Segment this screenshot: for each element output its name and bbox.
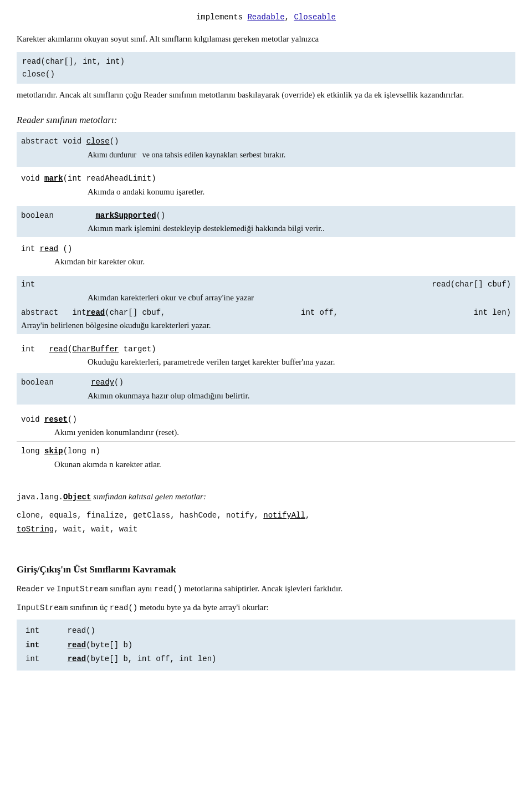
method-skip-name[interactable]: skip — [44, 447, 63, 456]
method-reset-desc: Akımı yeniden konumlandırır (reset). — [21, 426, 511, 439]
method-ready-parens: () — [114, 378, 124, 387]
method-skip-desc: Okunan akımda n karekter atlar. — [21, 458, 511, 471]
method-reset-name[interactable]: reset — [44, 415, 68, 424]
implements-line: implements Readable, Closeable — [17, 11, 515, 23]
method-close-name[interactable]: close — [86, 137, 110, 146]
method-read1-desc1: Akımdan karekterleri okur ve cbuf array'… — [21, 291, 511, 304]
method-ms-desc: Akımın mark işlemini destekleyip destekl… — [21, 222, 511, 235]
method-ready-return: boolean — [21, 378, 91, 387]
method-read0: int read () Akımdan bir karekter okur. — [17, 239, 515, 270]
intro-para1: Karekter akımlarını okuyan soyut sınıf. … — [17, 32, 515, 45]
method-marksupported: boolean markSupported() Akımın mark işle… — [17, 206, 515, 237]
method-skip: long skip(long n) Okunan akımda n karekt… — [17, 441, 515, 473]
method-ms-parens: () — [156, 211, 166, 220]
giris-section-title: Giriş/Çıkış'ın Üst Sınıflarını Kavramak — [17, 562, 515, 577]
method-read1-right: read(char[] cbuf) — [432, 278, 511, 290]
method-read0-name[interactable]: read — [40, 244, 59, 253]
object-suffix: sınıfından kalıtsal gelen metotlar: — [91, 492, 206, 501]
intro-para2: metotlarıdır. Ancak alt sınıfların çoğu … — [17, 88, 515, 101]
method-reset: void reset() Akımı yeniden konumlandırır… — [17, 410, 515, 441]
method-reset-parens: () — [68, 415, 77, 424]
java-lang-prefix: java.lang. — [17, 493, 63, 502]
method-read1-left: int — [21, 278, 35, 290]
method-ready-name[interactable]: ready — [91, 378, 114, 387]
code-line-2: close() — [22, 68, 510, 80]
method-read-charbuf: int read(CharBuffer target) Okuduğu kare… — [17, 340, 515, 371]
bottom-code-line2: int read(byte[] b) — [25, 638, 507, 652]
method-rcb-charbuffer[interactable]: CharBuffer — [72, 345, 119, 354]
method-ms-return: boolean — [21, 211, 95, 220]
method-ready-desc: Akımın okunmaya hazır olup olmadığını be… — [21, 389, 511, 402]
method-mark-desc: Akımda o andaki konumu işaretler. — [21, 185, 511, 198]
method-mark-name[interactable]: mark — [44, 174, 63, 183]
method-mark: void mark(int readAheadLimit) Akımda o a… — [17, 169, 515, 200]
method-reset-return: void — [21, 415, 44, 424]
object-methods-list: clone, equals, finalize, getClass, hashC… — [17, 509, 515, 536]
giris-para2: InputStream sınıfının üç read() metodu b… — [17, 601, 515, 614]
method-skip-args: (long n) — [63, 447, 100, 456]
method-read1-abs-right: int len) — [474, 306, 511, 319]
object-link[interactable]: Object — [63, 493, 91, 502]
method-rcb-desc: Okuduğu karekterleri, parametrede verile… — [21, 355, 511, 369]
closeable-link[interactable]: Closeable — [294, 13, 336, 22]
method-read0-args: () — [58, 244, 72, 253]
reader-methods-heading: Reader sınıfının metotları: — [17, 112, 515, 127]
giris-para1: Reader ve InputStream sınıfları aynı rea… — [17, 582, 515, 595]
method-read1: int read(char[] cbuf) Akımdan karekterle… — [17, 276, 515, 334]
method-close-parens: () — [110, 137, 119, 146]
object-section-heading: java.lang.Object sınıfından kalıtsal gel… — [17, 490, 515, 503]
method-mark-args: (int readAheadLimit) — [63, 174, 156, 183]
method-rcb-target: target) — [119, 345, 156, 354]
method-close: abstract void close() Akımı durdurur ve … — [17, 132, 515, 167]
bottom-code-line3: int read(byte[] b, int off, int len) — [25, 652, 507, 666]
implements-keyword: implements — [196, 13, 247, 22]
method-rcb-name[interactable]: read — [49, 345, 68, 354]
method-ready: boolean ready() Akımın okunmaya hazır ol… — [17, 373, 515, 404]
comma: , — [285, 13, 294, 22]
readable-link[interactable]: Readable — [247, 13, 284, 22]
method-rcb-return: int — [21, 345, 49, 354]
method-read1-abs-left: abstract intread(char[] cbuf, — [21, 306, 165, 319]
code-block-1: read(char[], int, int) close() — [17, 52, 515, 84]
method-read0-return: int — [21, 244, 40, 253]
method-mark-return: void — [21, 174, 44, 183]
method-skip-return: long — [21, 447, 44, 456]
method-close-return: abstract void — [21, 137, 86, 146]
bottom-code-line1: int read() — [25, 624, 507, 638]
method-read0-desc: Akımdan bir karekter okur. — [21, 255, 511, 268]
method-read1-abs-mid: int off, — [301, 306, 338, 319]
bottom-code-box: int read() int read(byte[] b) int read(b… — [17, 620, 515, 671]
code-line-1: read(char[], int, int) — [22, 55, 510, 68]
method-ms-name[interactable]: markSupported — [95, 211, 156, 220]
method-close-desc: Akımı durdurur ve ona tahsis edilen kayn… — [21, 148, 511, 165]
method-read1-desc2: Array'in belirlenen bölgesine okuduğu ka… — [21, 319, 511, 332]
